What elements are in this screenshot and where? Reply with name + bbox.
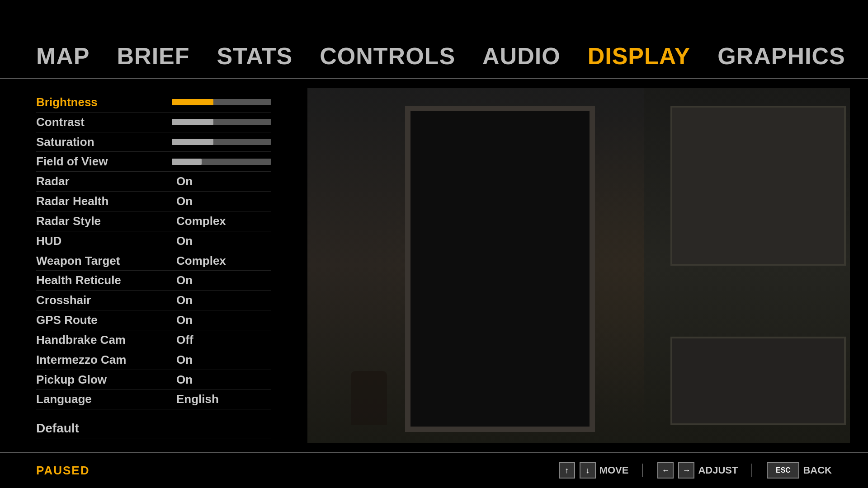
setting-row-default[interactable]: Default [36,418,271,438]
radar-style-value: Complex [176,214,226,228]
setting-row-crosshair[interactable]: Crosshair On [36,291,271,310]
main-content: Brightness Contrast Saturation [0,79,868,452]
setting-row-brightness[interactable]: Brightness [36,93,271,113]
nav-item-graphics[interactable]: Graphics [717,42,845,70]
default-button[interactable]: Default [36,421,79,436]
saturation-label: Saturation [36,135,172,149]
setting-row-gps-route[interactable]: GPS Route On [36,310,271,330]
contrast-label: Contrast [36,115,172,129]
nav-bar: Map Brief Stats Controls Audio Display G… [0,34,868,79]
cabinet-upper [670,106,846,265]
hint-separator-1 [642,464,643,477]
setting-row-weapon-target[interactable]: Weapon Target Complex [36,251,271,271]
setting-row-handbrake-cam[interactable]: Handbrake Cam Off [36,330,271,350]
health-reticule-label: Health Reticule [36,273,176,287]
hud-label: HUD [36,234,176,248]
right-arrow-key: → [678,462,694,479]
move-label: MOVE [599,465,629,476]
handbrake-cam-value: Off [176,333,193,347]
nav-item-stats[interactable]: Stats [217,42,293,70]
setting-row-radar-health[interactable]: Radar Health On [36,192,271,211]
setting-row-radar-style[interactable]: Radar Style Complex [36,211,271,231]
nav-item-audio[interactable]: Audio [482,42,561,70]
fov-label: Field of View [36,155,172,169]
intermezzo-cam-value: On [176,353,193,367]
radar-value: On [176,174,193,188]
saturation-slider[interactable] [172,137,271,146]
radar-health-value: On [176,194,193,208]
contrast-slider[interactable] [172,117,271,127]
setting-row-language[interactable]: Language English [36,389,271,409]
weapon-target-value: Complex [176,254,226,268]
preview-image [307,88,850,443]
cabinet-lower [670,337,846,425]
radar-style-label: Radar Style [36,214,176,228]
controls-hint: ↑ ↓ MOVE ← → ADJUST ESC BACK [558,462,832,479]
setting-row-intermezzo-cam[interactable]: Intermezzo Cam On [36,350,271,370]
brightness-label: Brightness [36,95,172,109]
status-bar: PAUSED ↑ ↓ MOVE ← → ADJUST ESC BACK [0,452,868,488]
setting-row-hud[interactable]: HUD On [36,231,271,251]
gps-route-value: On [176,313,193,327]
top-bar [0,0,868,34]
adjust-hint: ← → ADJUST [656,462,738,479]
door-frame [405,106,595,432]
fov-track [172,159,271,165]
language-value: English [176,392,219,406]
nav-item-brief[interactable]: Brief [117,42,190,70]
settings-panel: Brightness Contrast Saturation [0,79,307,452]
pickup-glow-value: On [176,373,193,387]
pickup-glow-label: Pickup Glow [36,373,176,387]
left-arrow-key: ← [657,462,674,479]
hud-value: On [176,234,193,248]
preview-area [307,88,850,443]
cabinet-area [644,88,850,443]
setting-row-fov[interactable]: Field of View [36,152,271,172]
saturation-track [172,139,271,145]
setting-row-radar[interactable]: Radar On [36,172,271,192]
up-arrow-key: ↑ [559,462,575,479]
radar-health-label: Radar Health [36,194,176,208]
crosshair-value: On [176,293,193,307]
back-label: BACK [803,465,832,476]
contrast-fill [172,119,213,125]
paused-label: PAUSED [36,464,90,478]
setting-row-health-reticule[interactable]: Health Reticule On [36,271,271,291]
handbrake-cam-label: Handbrake Cam [36,333,176,347]
contrast-track [172,119,271,125]
setting-row-saturation[interactable]: Saturation [36,132,271,152]
move-hint: ↑ ↓ MOVE [558,462,629,479]
nav-item-map[interactable]: Map [36,42,90,70]
brightness-fill [172,99,213,105]
esc-key: ESC [767,462,799,479]
weapon-target-label: Weapon Target [36,254,176,268]
fov-fill [172,159,202,165]
down-arrow-key: ↓ [580,462,596,479]
setting-row-pickup-glow[interactable]: Pickup Glow On [36,370,271,390]
back-hint: ESC BACK [766,462,832,479]
crosshair-label: Crosshair [36,293,176,307]
brightness-track [172,99,271,105]
brightness-slider[interactable] [172,98,271,107]
radar-label: Radar [36,174,176,188]
gps-route-label: GPS Route [36,313,176,327]
nav-item-controls[interactable]: Controls [320,42,455,70]
character-silhouette [351,371,387,425]
fov-slider[interactable] [172,157,271,166]
health-reticule-value: On [176,273,193,287]
language-label: Language [36,392,176,406]
hint-separator-2 [751,464,752,477]
nav-item-display[interactable]: Display [588,42,691,70]
setting-row-contrast[interactable]: Contrast [36,113,271,132]
saturation-fill [172,139,213,145]
adjust-label: ADJUST [698,465,738,476]
intermezzo-cam-label: Intermezzo Cam [36,353,176,367]
